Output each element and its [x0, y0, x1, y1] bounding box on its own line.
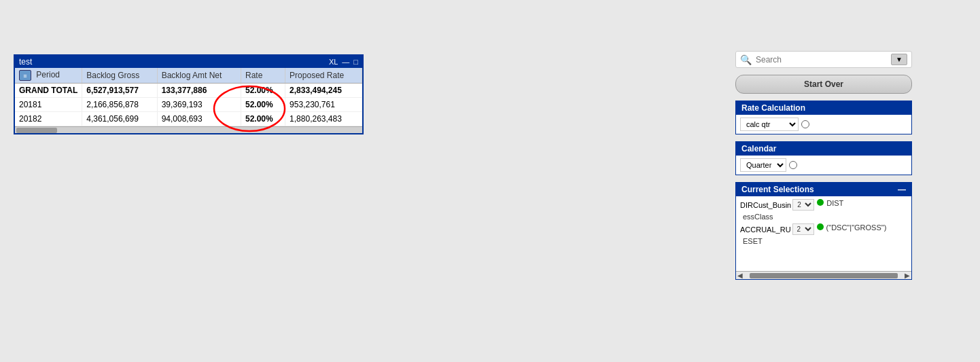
- table-maximize-button[interactable]: □: [353, 58, 358, 66]
- search-input[interactable]: [756, 55, 887, 65]
- rate-calculation-panel: Rate Calculation calc qtr calc annual: [735, 101, 912, 134]
- table-row: 20182 4,361,056,699 94,008,693 52.00% 1,…: [15, 112, 362, 126]
- right-panel: 🔍 ▼ Start Over Rate Calculation calc qtr…: [735, 51, 912, 280]
- col-period: ≡ Period: [15, 68, 82, 84]
- scroll-right-arrow[interactable]: ▶: [905, 272, 910, 279]
- cell-backlog-amt-net: 39,369,193: [157, 98, 241, 112]
- cell-backlog-gross: 2,166,856,878: [82, 98, 157, 112]
- cell-rate: 52.00%: [241, 98, 285, 112]
- table-header-row: ≡ Period Backlog Gross Backlog Amt Net R…: [15, 68, 362, 84]
- start-over-button[interactable]: Start Over: [735, 75, 912, 94]
- search-dropdown-button[interactable]: ▼: [891, 54, 907, 65]
- current-selections-header: Current Selections —: [736, 183, 911, 196]
- calendar-header: Calendar: [736, 142, 911, 156]
- period-icon: ≡: [19, 70, 31, 81]
- cs-scrollbar-thumb[interactable]: [750, 273, 898, 278]
- cell-proposed-rate: 2,833,494,245: [285, 84, 362, 98]
- col-rate: Rate: [241, 68, 285, 84]
- selection-subfield-2: ESET: [743, 237, 907, 245]
- table-row: 20181 2,166,856,878 39,369,193 52.00% 95…: [15, 98, 362, 112]
- current-selections-minimize[interactable]: —: [898, 185, 906, 194]
- table-container: ≡ Period Backlog Gross Backlog Amt Net R…: [15, 68, 362, 126]
- selection-row-1: DIRCust_Busin 2 DIST: [740, 199, 907, 211]
- rate-calculation-label: Rate Calculation: [741, 103, 805, 113]
- col-backlog-gross: Backlog Gross: [82, 68, 157, 84]
- selection-field-1-dropdown[interactable]: 2: [792, 199, 814, 211]
- cell-proposed-rate: 1,880,263,483: [285, 112, 362, 126]
- cell-proposed-rate: 953,230,761: [285, 98, 362, 112]
- cell-backlog-amt-net: 94,008,693: [157, 112, 241, 126]
- calendar-label: Calendar: [741, 144, 776, 153]
- calendar-body: Quarter Month Year: [736, 156, 911, 175]
- current-selections-footer: ◀ ▶: [736, 271, 911, 279]
- col-backlog-amt-net: Backlog Amt Net: [157, 68, 241, 84]
- calendar-radio[interactable]: [789, 161, 797, 169]
- rate-calculation-header: Rate Calculation: [736, 101, 911, 115]
- selection-field-2-dropdown[interactable]: 2: [792, 223, 814, 235]
- selection-row-2: ACCRUAL_RU 2 ("DSC"|"GROSS"): [740, 223, 907, 235]
- search-bar: 🔍 ▼: [735, 51, 912, 68]
- selection-field-1: DIRCust_Busin 2: [740, 199, 814, 211]
- current-selections-label: Current Selections: [741, 185, 814, 194]
- scroll-left-arrow[interactable]: ◀: [737, 272, 743, 279]
- data-table: ≡ Period Backlog Gross Backlog Amt Net R…: [15, 68, 362, 126]
- rate-calculation-select[interactable]: calc qtr calc annual: [740, 117, 799, 131]
- cell-period: GRAND TOTAL: [15, 84, 82, 98]
- scrollbar-thumb[interactable]: [16, 128, 57, 133]
- cell-backlog-gross: 4,361,056,699: [82, 112, 157, 126]
- selection-subfield-1: essClass: [743, 213, 907, 221]
- selection-value-2: ("DSC"|"GROSS"): [826, 223, 887, 232]
- selection-value-1: DIST: [826, 199, 843, 207]
- table-body: GRAND TOTAL 6,527,913,577 133,377,886 52…: [15, 84, 362, 126]
- cell-period: 20182: [15, 112, 82, 126]
- rate-calculation-radio[interactable]: [801, 120, 809, 128]
- table-row: GRAND TOTAL 6,527,913,577 133,377,886 52…: [15, 84, 362, 98]
- table-title-bar: test XL — □: [15, 56, 362, 68]
- current-selections-panel: Current Selections — DIRCust_Busin 2 DIS…: [735, 182, 912, 280]
- cell-period: 20181: [15, 98, 82, 112]
- selection-dot-2: [817, 223, 824, 230]
- search-icon: 🔍: [740, 54, 752, 65]
- calendar-panel: Calendar Quarter Month Year: [735, 141, 912, 175]
- calendar-select[interactable]: Quarter Month Year: [740, 158, 786, 172]
- cell-backlog-gross: 6,527,913,577: [82, 84, 157, 98]
- table-controls[interactable]: XL — □: [329, 58, 358, 66]
- table-title: test: [19, 57, 32, 67]
- table-xl-button[interactable]: XL: [329, 58, 338, 66]
- table-minimize-button[interactable]: —: [342, 58, 349, 66]
- selection-field-2-name: ACCRUAL_RU: [740, 225, 791, 234]
- selection-dot-1: [817, 199, 824, 206]
- table-widget: test XL — □ ≡ Period Backlog Gross Backl…: [14, 54, 364, 134]
- col-proposed-rate: Proposed Rate: [285, 68, 362, 84]
- col-period-label: Period: [36, 70, 60, 79]
- table-scrollbar[interactable]: [15, 126, 362, 133]
- selection-field-2: ACCRUAL_RU 2: [740, 223, 814, 235]
- current-selections-body: DIRCust_Busin 2 DIST essClass ACCRUAL_RU…: [736, 196, 911, 271]
- cell-backlog-amt-net: 133,377,886: [157, 84, 241, 98]
- cell-rate: 52.00%: [241, 112, 285, 126]
- cell-rate: 52.00%: [241, 84, 285, 98]
- rate-calculation-body: calc qtr calc annual: [736, 115, 911, 134]
- selection-field-1-name: DIRCust_Busin: [740, 201, 791, 209]
